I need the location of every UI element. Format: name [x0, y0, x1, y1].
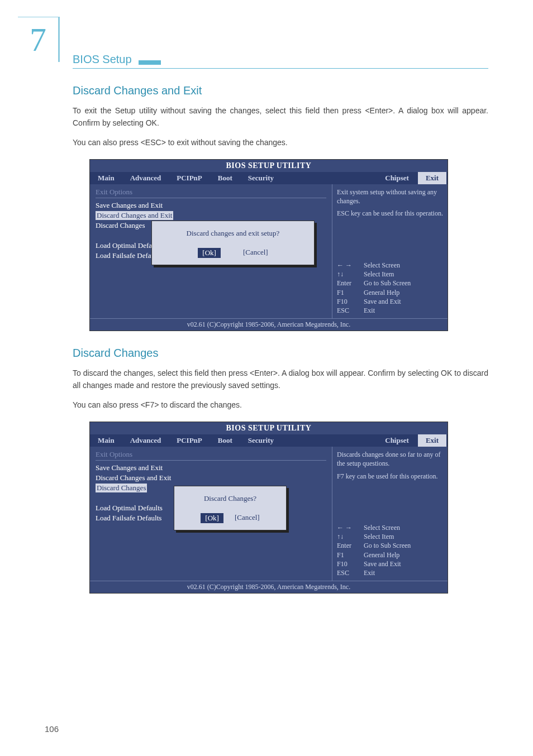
page-number: 106 — [45, 724, 59, 734]
key-enter: Enter — [337, 541, 359, 550]
tab-exit: Exit — [418, 434, 446, 447]
key-arrows-ud: ↑↓ — [337, 270, 359, 279]
bios-tabs: Main Advanced PCIPnP Boot Security Chips… — [90, 172, 448, 184]
tab-main: Main — [90, 172, 122, 184]
list-item: Discard Changes and Exit — [96, 210, 326, 221]
bios-help-pane: Exit system setup without saving any cha… — [332, 184, 448, 318]
key-desc: Save and Exit — [364, 297, 401, 306]
tab-security: Security — [240, 434, 282, 447]
help-text: F7 key can be used for this operation. — [337, 472, 443, 481]
key-desc: Exit — [364, 306, 375, 315]
key-desc: Select Screen — [364, 523, 400, 532]
exit-options-header: Exit Options — [96, 450, 326, 461]
tab-pcipnp: PCIPnP — [169, 172, 210, 184]
list-item: Discard Changes and Exit — [96, 473, 326, 483]
key-arrows-ud: ↑↓ — [337, 532, 359, 541]
selected-item: Discard Changes — [96, 484, 147, 492]
key-desc: Save and Exit — [364, 559, 401, 568]
key-desc: Select Item — [364, 270, 394, 279]
tab-advanced: Advanced — [122, 434, 169, 447]
key-arrows-lr: ← → — [337, 261, 359, 270]
confirm-dialog: Discard Changes? [Ok] [Cancel] — [174, 486, 287, 530]
section-marker-icon — [139, 60, 161, 65]
heading-discard-changes: Discard Changes — [73, 347, 488, 360]
tab-exit: Exit — [418, 172, 446, 184]
confirm-dialog: Discard changes and exit setup? [Ok] [Ca… — [151, 221, 315, 265]
dialog-question: Discard Changes? — [174, 494, 286, 503]
key-f1: F1 — [337, 288, 359, 297]
key-desc: General Help — [364, 288, 399, 297]
list-item: Save Changes and Exit — [96, 200, 326, 210]
bios-left-pane: Exit Options Save Changes and Exit Disca… — [90, 447, 332, 581]
cancel-button[interactable]: [Cancel] — [235, 513, 260, 523]
help-text: Discards changes done so far to any of t… — [337, 450, 443, 468]
ok-button[interactable]: [Ok] — [198, 248, 221, 258]
key-f10: F10 — [337, 559, 359, 568]
help-text: Exit system setup without saving any cha… — [337, 188, 443, 205]
ok-button[interactable]: [Ok] — [201, 513, 223, 523]
key-desc: Go to Sub Screen — [364, 279, 411, 288]
tab-advanced: Advanced — [122, 172, 169, 184]
key-desc: Select Screen — [364, 261, 400, 270]
bios-title: BIOS SETUP UTILITY — [90, 160, 448, 172]
tab-main: Main — [90, 434, 122, 447]
bios-screenshot-1: BIOS SETUP UTILITY Main Advanced PCIPnP … — [89, 159, 448, 331]
tab-chipset: Chipset — [377, 434, 417, 447]
chapter-badge: 7 — [18, 17, 60, 62]
paragraph: To exit the Setup utility without saving… — [73, 105, 488, 129]
tab-boot: Boot — [210, 172, 240, 184]
selected-item: Discard Changes and Exit — [96, 211, 173, 220]
help-keys: ← →Select Screen ↑↓Select Item EnterGo t… — [337, 523, 443, 577]
bios-tabs: Main Advanced PCIPnP Boot Security Chips… — [90, 434, 448, 447]
bios-help-pane: Discards changes done so far to any of t… — [332, 447, 448, 581]
key-desc: Select Item — [364, 532, 394, 541]
key-desc: Go to Sub Screen — [364, 541, 411, 550]
key-f10: F10 — [337, 297, 359, 306]
chapter-number: 7 — [30, 21, 46, 59]
key-desc: General Help — [364, 551, 399, 559]
section-title: BIOS Setup — [73, 53, 132, 66]
key-desc: Exit — [364, 568, 375, 577]
bios-left-pane: Exit Options Save Changes and Exit Disca… — [90, 184, 332, 318]
key-esc: ESC — [337, 568, 359, 577]
dialog-question: Discard changes and exit setup? — [152, 229, 314, 238]
tab-pcipnp: PCIPnP — [169, 434, 210, 447]
key-arrows-lr: ← → — [337, 523, 359, 532]
paragraph: You can also press <F7> to discard the c… — [73, 399, 488, 412]
bios-screenshot-2: BIOS SETUP UTILITY Main Advanced PCIPnP … — [89, 422, 448, 594]
bios-footer: v02.61 (C)Copyright 1985-2006, American … — [90, 318, 448, 331]
bios-footer: v02.61 (C)Copyright 1985-2006, American … — [90, 581, 448, 593]
help-keys: ← →Select Screen ↑↓Select Item EnterGo t… — [337, 261, 443, 315]
tab-security: Security — [240, 172, 282, 184]
key-esc: ESC — [337, 306, 359, 315]
tab-chipset: Chipset — [377, 172, 417, 184]
heading-discard-exit: Discard Changes and Exit — [73, 84, 488, 97]
cancel-button[interactable]: [Cancel] — [243, 248, 268, 258]
paragraph: You can also press <ESC> to exit without… — [73, 137, 488, 149]
paragraph: To discard the changes, select this fiel… — [73, 367, 488, 391]
key-f1: F1 — [337, 551, 359, 559]
key-enter: Enter — [337, 279, 359, 288]
tab-boot: Boot — [210, 434, 240, 447]
section-header: BIOS Setup — [73, 53, 488, 69]
help-text: ESC key can be used for this operation. — [337, 209, 443, 218]
bios-title: BIOS SETUP UTILITY — [90, 422, 448, 434]
exit-options-header: Exit Options — [96, 188, 326, 198]
list-item: Save Changes and Exit — [96, 463, 326, 473]
